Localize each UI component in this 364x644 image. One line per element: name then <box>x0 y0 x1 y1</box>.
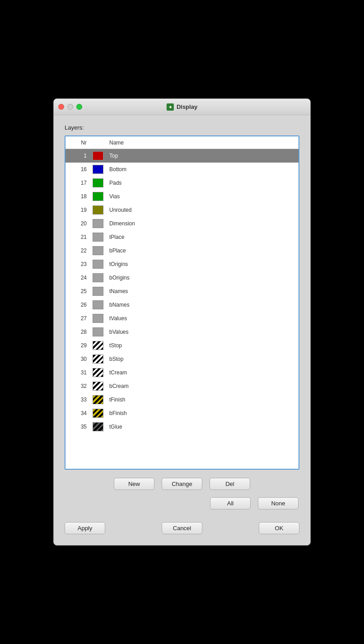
row-name: bPlace <box>106 247 299 254</box>
table-row[interactable]: 31tCream <box>65 366 299 379</box>
table-row[interactable]: 27tValues <box>65 312 299 325</box>
row-name: tFinish <box>106 397 299 403</box>
row-nr: 22 <box>65 247 90 254</box>
row-name: bOrigins <box>106 275 299 281</box>
none-button[interactable]: None <box>258 497 299 509</box>
color-swatch <box>93 395 103 404</box>
color-swatch <box>93 178 103 187</box>
color-swatch <box>93 314 103 323</box>
titlebar: Display <box>54 99 310 115</box>
table-row[interactable]: 1Top <box>65 149 299 163</box>
layers-list[interactable]: Nr Name 1Top16Bottom17Pads18Vias19Unrout… <box>65 135 299 470</box>
table-row[interactable]: 24bOrigins <box>65 271 299 285</box>
color-swatch <box>93 355 103 364</box>
row-color-cell <box>90 382 106 391</box>
row-nr: 29 <box>65 342 90 349</box>
row-name: tGlue <box>106 424 299 430</box>
row-color-cell <box>90 233 106 242</box>
row-color-cell <box>90 192 106 201</box>
table-row[interactable]: 30bStop <box>65 352 299 366</box>
row-name: tCream <box>106 369 299 376</box>
row-name: Top <box>106 153 299 159</box>
row-nr: 19 <box>65 207 90 213</box>
del-button[interactable]: Del <box>210 478 250 490</box>
row-name: tPlace <box>106 234 299 240</box>
row-color-cell <box>90 260 106 269</box>
row-color-cell <box>90 300 106 309</box>
row-nr: 27 <box>65 315 90 322</box>
row-nr: 26 <box>65 302 90 308</box>
row-nr: 33 <box>65 397 90 403</box>
table-row[interactable]: 17Pads <box>65 176 299 190</box>
col-header-name: Name <box>106 140 299 146</box>
row-color-cell <box>90 178 106 187</box>
row-color-cell <box>90 409 106 418</box>
app-icon <box>167 103 174 111</box>
ok-button[interactable]: OK <box>259 522 299 534</box>
row-nr: 35 <box>65 424 90 430</box>
row-nr: 18 <box>65 193 90 200</box>
list-header: Nr Name <box>65 136 299 149</box>
close-button[interactable] <box>58 104 64 110</box>
row-nr: 28 <box>65 329 90 335</box>
table-row[interactable]: 19Unrouted <box>65 203 299 217</box>
row-nr: 1 <box>65 153 90 159</box>
row-name: bCream <box>106 383 299 389</box>
row-color-cell <box>90 368 106 377</box>
table-row[interactable]: 23tOrigins <box>65 257 299 271</box>
row-nr: 24 <box>65 275 90 281</box>
row-nr: 34 <box>65 410 90 416</box>
row-name: Dimension <box>106 220 299 227</box>
row-color-cell <box>90 327 106 336</box>
table-row[interactable]: 29tStop <box>65 339 299 352</box>
table-row[interactable]: 16Bottom <box>65 163 299 176</box>
row-name: tStop <box>106 342 299 349</box>
row-color-cell <box>90 165 106 174</box>
change-button[interactable]: Change <box>162 478 202 490</box>
display-window: Display Layers: Nr Name 1Top16Bottom17Pa… <box>53 98 311 546</box>
table-row[interactable]: 21tPlace <box>65 230 299 244</box>
maximize-button[interactable] <box>76 104 82 110</box>
color-swatch <box>93 246 103 255</box>
table-row[interactable]: 35tGlue <box>65 420 299 434</box>
row-name: tNames <box>106 288 299 294</box>
row-name: bNames <box>106 302 299 308</box>
visibility-buttons-row: All None <box>65 497 299 509</box>
row-nr: 21 <box>65 234 90 240</box>
table-row[interactable]: 18Vias <box>65 190 299 203</box>
table-row[interactable]: 33tFinish <box>65 393 299 406</box>
color-swatch <box>93 287 103 296</box>
bottom-buttons-row: Apply Cancel OK <box>65 522 299 534</box>
color-swatch <box>93 368 103 377</box>
table-row[interactable]: 34bFinish <box>65 406 299 420</box>
minimize-button[interactable] <box>67 104 73 110</box>
table-row[interactable]: 26bNames <box>65 298 299 312</box>
row-color-cell <box>90 422 106 431</box>
color-swatch <box>93 260 103 269</box>
all-button[interactable]: All <box>210 497 251 509</box>
row-color-cell <box>90 151 106 160</box>
row-name: Bottom <box>106 166 299 173</box>
color-swatch <box>93 300 103 309</box>
row-name: Pads <box>106 180 299 186</box>
color-swatch <box>93 409 103 418</box>
table-row[interactable]: 28bValues <box>65 325 299 339</box>
row-nr: 32 <box>65 383 90 389</box>
row-color-cell <box>90 219 106 228</box>
cancel-button[interactable]: Cancel <box>162 522 202 534</box>
color-swatch <box>93 422 103 431</box>
new-button[interactable]: New <box>114 478 154 490</box>
row-nr: 16 <box>65 166 90 173</box>
row-color-cell <box>90 355 106 364</box>
row-color-cell <box>90 287 106 296</box>
row-color-cell <box>90 341 106 350</box>
row-name: bFinish <box>106 410 299 416</box>
apply-button[interactable]: Apply <box>65 522 105 534</box>
table-row[interactable]: 22bPlace <box>65 244 299 257</box>
table-row[interactable]: 20Dimension <box>65 217 299 230</box>
table-row[interactable]: 32bCream <box>65 379 299 393</box>
row-name: bValues <box>106 329 299 335</box>
color-swatch <box>93 341 103 350</box>
row-nr: 31 <box>65 369 90 376</box>
table-row[interactable]: 25tNames <box>65 285 299 298</box>
